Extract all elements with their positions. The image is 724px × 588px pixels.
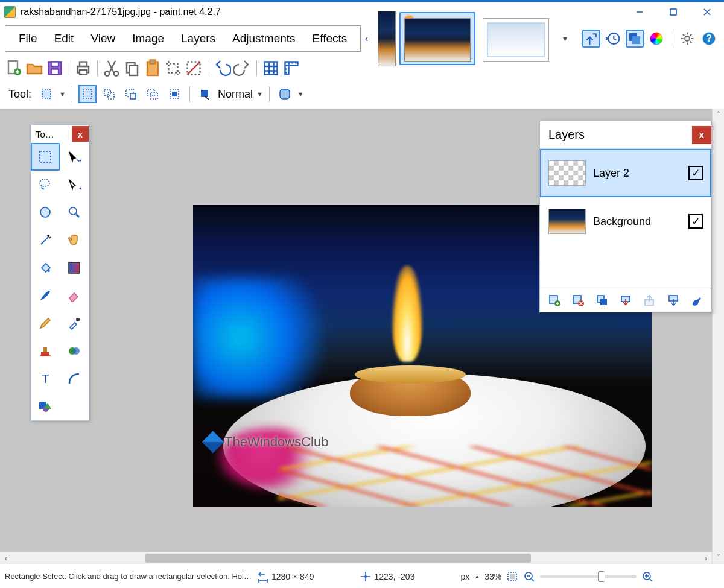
save-button[interactable] — [46, 59, 64, 77]
current-tool-indicator[interactable] — [37, 85, 56, 103]
tool-move-selection[interactable]: + — [60, 143, 89, 171]
dimensions-icon — [257, 571, 269, 583]
tool-zoom[interactable] — [60, 198, 89, 226]
tool-move-selected-pixels[interactable]: + — [60, 171, 89, 198]
blend-mode-dropdown[interactable]: ▼ — [256, 90, 263, 98]
tools-panel-header[interactable]: To… x — [31, 125, 89, 143]
menu-file[interactable]: File — [10, 32, 46, 45]
sampling-mode[interactable] — [196, 85, 214, 103]
zoom-slider[interactable] — [540, 575, 637, 578]
help-button[interactable]: ? — [700, 30, 718, 48]
tool-rectangle-select[interactable] — [31, 143, 60, 171]
layer-row[interactable]: Background ✓ — [540, 197, 711, 245]
deselect-button[interactable] — [185, 59, 203, 77]
minimize-button[interactable] — [623, 2, 656, 22]
new-button[interactable] — [5, 59, 23, 77]
layer-visibility-checkbox[interactable]: ✓ — [688, 214, 703, 229]
layer-move-up-button[interactable] — [641, 292, 658, 309]
selection-intersect[interactable] — [144, 85, 162, 103]
separator — [69, 60, 69, 76]
flood-mode-dropdown[interactable]: ▼ — [297, 90, 304, 98]
status-units[interactable]: px ▲ — [460, 572, 480, 581]
tool-paint-bucket[interactable] — [31, 254, 60, 282]
layer-duplicate-button[interactable] — [594, 292, 611, 309]
layer-visibility-checkbox[interactable]: ✓ — [688, 166, 703, 180]
tool-text[interactable]: T — [31, 365, 60, 393]
image-thumbnails: ▾ — [376, 10, 571, 68]
thumbnail-slot-2[interactable] — [478, 12, 554, 65]
copy-button[interactable] — [123, 59, 141, 77]
layers-panel-close[interactable]: x — [692, 126, 711, 144]
zoom-out-button[interactable] — [523, 571, 535, 583]
tool-clone-stamp[interactable] — [31, 337, 60, 365]
tool-eraser[interactable] — [60, 282, 89, 309]
close-button[interactable] — [690, 2, 724, 22]
layer-row[interactable]: Layer 2 ✓ — [540, 149, 711, 197]
history-window-toggle[interactable] — [604, 30, 622, 48]
crop-button[interactable] — [164, 59, 182, 77]
scroll-right-icon[interactable]: › — [700, 552, 712, 564]
tool-paintbrush[interactable] — [31, 282, 60, 309]
tools-window-toggle[interactable] — [582, 30, 600, 48]
layers-panel-header[interactable]: Layers x — [540, 121, 711, 149]
layer-add-button[interactable] — [546, 292, 563, 309]
status-zoom[interactable]: 33% — [484, 572, 501, 581]
tool-shapes[interactable] — [31, 393, 60, 420]
horizontal-scrollbar[interactable]: ‹ › — [0, 552, 712, 564]
zoom-to-window-button[interactable] — [506, 571, 518, 583]
maximize-button[interactable] — [656, 2, 690, 22]
tool-magic-wand[interactable] — [31, 226, 60, 254]
redo-button[interactable] — [233, 59, 252, 77]
layer-properties-button[interactable] — [688, 292, 705, 309]
selection-invert[interactable] — [165, 85, 183, 103]
settings-button[interactable] — [678, 30, 696, 48]
thumbnail-slot-0[interactable] — [376, 10, 397, 68]
layer-merge-down-button[interactable] — [617, 292, 634, 309]
svg-point-64 — [364, 575, 367, 578]
thumbnail-image — [404, 18, 471, 62]
tool-line-curve[interactable] — [60, 365, 89, 393]
tool-pencil[interactable] — [31, 309, 60, 337]
tool-recolor[interactable] — [60, 337, 89, 365]
tool-ellipse-select[interactable] — [31, 198, 60, 226]
zoom-slider-knob[interactable] — [598, 571, 605, 582]
layers-window-toggle[interactable] — [626, 30, 644, 48]
selection-replace[interactable] — [78, 85, 97, 103]
flood-mode[interactable] — [276, 85, 294, 103]
print-button[interactable] — [74, 59, 92, 77]
zoom-in-button[interactable] — [641, 571, 653, 583]
tool-dropdown[interactable]: ▼ — [59, 90, 66, 98]
ruler-toggle[interactable] — [282, 59, 300, 77]
paste-button[interactable] — [144, 59, 162, 77]
thumbnail-slot-1[interactable] — [399, 12, 475, 65]
menu-edit[interactable]: Edit — [46, 32, 83, 45]
menu-layers[interactable]: Layers — [173, 32, 224, 45]
svg-rect-45 — [69, 262, 80, 273]
open-button[interactable] — [25, 59, 43, 77]
colors-window-toggle[interactable] — [647, 30, 665, 48]
tools-panel-close[interactable]: x — [72, 126, 89, 142]
grid-toggle[interactable] — [262, 59, 280, 77]
menu-adjustments[interactable]: Adjustments — [224, 32, 304, 45]
tool-pan[interactable] — [60, 226, 89, 254]
selection-add[interactable] — [100, 85, 118, 103]
tool-color-picker[interactable] — [60, 309, 89, 337]
scroll-up-icon[interactable]: ˄ — [713, 109, 724, 121]
scroll-left-icon[interactable]: ‹ — [0, 552, 12, 564]
selection-subtract[interactable] — [122, 85, 140, 103]
menu-image[interactable]: Image — [124, 32, 173, 45]
menu-effects[interactable]: Effects — [304, 32, 356, 45]
menu-view[interactable]: View — [82, 32, 124, 45]
cut-button[interactable] — [103, 59, 121, 77]
vertical-scrollbar[interactable]: ˄ ˅ — [712, 109, 724, 564]
scroll-down-icon[interactable]: ˅ — [713, 552, 724, 564]
thumbnails-dropdown[interactable]: ▾ — [559, 33, 571, 45]
scrollbar-thumb[interactable] — [145, 554, 531, 563]
layer-delete-button[interactable] — [570, 292, 586, 309]
tool-gradient[interactable] — [60, 254, 89, 282]
layer-move-down-button[interactable] — [665, 292, 682, 309]
undo-button[interactable] — [213, 59, 231, 77]
menu-scroll-left[interactable]: ‹ — [361, 25, 372, 52]
units-dropdown-icon[interactable]: ▲ — [474, 574, 480, 580]
tool-lasso-select[interactable] — [31, 171, 60, 198]
